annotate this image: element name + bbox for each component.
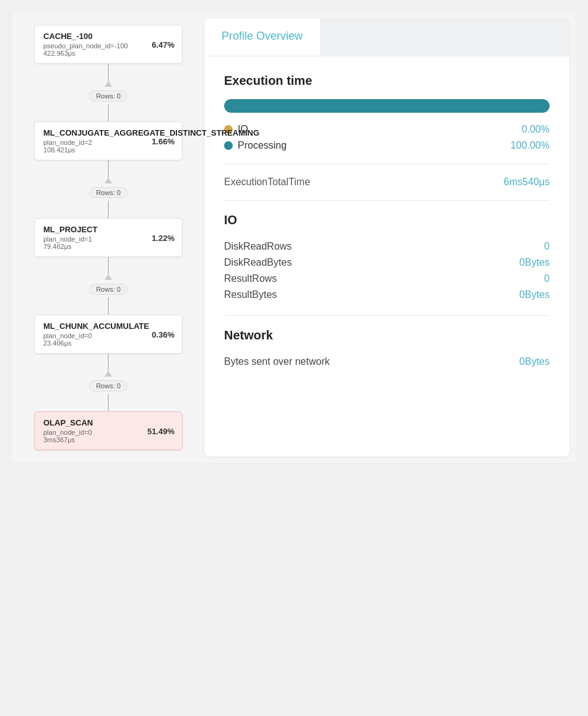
tabs-row: Profile Overview — [204, 19, 569, 56]
stat-row-diskreadbytes: DiskReadBytes 0Bytes — [224, 255, 550, 271]
rows-badge-2: Rows: 0 — [89, 187, 128, 198]
connector-2: Rows: 0 — [89, 160, 128, 218]
node-cache[interactable]: CACHE_-100 pseudo_plan_node_id=-100 422.… — [34, 25, 183, 64]
stat-resultrows-label: ResultRows — [224, 273, 277, 284]
connector-line-3 — [108, 257, 109, 274]
connector-line-3b — [108, 297, 109, 315]
legend-processing-left: Processing — [224, 140, 287, 151]
stat-diskreadbytes-label: DiskReadBytes — [224, 257, 292, 268]
node-conjugate[interactable]: ML_CONJUGATE_AGGREGATE_DISTINCT_STREAMIN… — [34, 121, 183, 160]
connector-arrow-4 — [105, 371, 112, 377]
stat-resultbytes-value: 0Bytes — [519, 289, 550, 300]
connector-line-1 — [108, 64, 109, 81]
network-section-title: Network — [224, 328, 550, 343]
stat-diskreadrows-label: DiskReadRows — [224, 241, 292, 252]
rows-badge-3: Rows: 0 — [89, 284, 128, 295]
stat-row-network: Bytes sent over network 0Bytes — [224, 354, 550, 370]
node-project-meta2: 79.462μs — [43, 243, 173, 250]
connector-line-4 — [108, 354, 109, 371]
execution-progress-bar-container — [224, 99, 550, 113]
connector-1: Rows: 0 — [89, 64, 128, 121]
node-conjugate-meta2: 108.421μs — [43, 146, 173, 154]
legend-processing-value: 100.00% — [511, 140, 550, 151]
tab-profile-overview[interactable]: Profile Overview — [204, 19, 320, 56]
divider-1 — [224, 164, 550, 164]
node-olap[interactable]: OLAP_SCAN plan_node_id=0 3ms367μs 51.49% — [34, 411, 183, 450]
connector-line-2 — [108, 160, 109, 178]
node-olap-meta2: 3ms367μs — [43, 436, 173, 443]
legend-processing-dot — [224, 141, 233, 150]
node-chunk[interactable]: ML_CHUNK_ACCUMULATE plan_node_id=0 23.40… — [34, 315, 183, 354]
connector-arrow-2 — [105, 178, 112, 183]
node-olap-percent: 51.49% — [147, 426, 175, 435]
divider-2 — [224, 200, 550, 201]
connector-arrow-1 — [105, 81, 112, 87]
stat-diskreadrows-value: 0 — [544, 241, 550, 252]
profile-content: Execution time IO 0.00% Processing 100 — [204, 56, 569, 387]
rows-badge-1: Rows: 0 — [89, 90, 128, 102]
execution-total-label: ExecutionTotalTime — [224, 177, 310, 188]
tab-placeholder — [320, 19, 569, 56]
node-chunk-meta2: 23.406μs — [43, 339, 173, 347]
execution-time-title: Execution time — [224, 74, 550, 88]
execution-total-value: 6ms540μs — [504, 177, 550, 188]
left-panel: CACHE_-100 pseudo_plan_node_id=-100 422.… — [12, 12, 204, 463]
right-panel: Profile Overview Execution time IO 0.00% — [204, 19, 569, 456]
node-project-percent: 1.22% — [152, 233, 175, 242]
node-cache-meta2: 422.963μs — [43, 50, 173, 57]
stat-network-label: Bytes sent over network — [224, 356, 330, 367]
divider-3 — [224, 315, 550, 316]
node-conjugate-percent: 1.66% — [152, 136, 175, 146]
execution-total-row: ExecutionTotalTime 6ms540μs — [224, 177, 550, 188]
stat-resultbytes-label: ResultBytes — [224, 289, 277, 300]
rows-badge-4: Rows: 0 — [89, 380, 128, 391]
node-chunk-percent: 0.36% — [152, 330, 175, 339]
legend-processing-label: Processing — [238, 140, 287, 151]
execution-progress-bar-fill — [224, 99, 550, 113]
stat-row-diskreadrows: DiskReadRows 0 — [224, 238, 550, 255]
connector-3: Rows: 0 — [89, 257, 128, 315]
node-cache-percent: 6.47% — [152, 40, 175, 49]
stat-resultrows-value: 0 — [544, 273, 550, 284]
legend-io-value: 0.00% — [522, 124, 550, 135]
stat-row-resultbytes: ResultBytes 0Bytes — [224, 287, 550, 303]
stat-diskreadbytes-value: 0Bytes — [519, 257, 550, 268]
connector-line-4b — [108, 394, 109, 411]
main-container: CACHE_-100 pseudo_plan_node_id=-100 422.… — [12, 12, 576, 463]
connector-arrow-3 — [105, 274, 112, 280]
node-project[interactable]: ML_PROJECT plan_node_id=1 79.462μs 1.22% — [34, 218, 183, 257]
stat-row-resultrows: ResultRows 0 — [224, 271, 550, 287]
connector-line-1b — [108, 104, 109, 121]
legend-row-processing: Processing 100.00% — [224, 140, 550, 151]
connector-4: Rows: 0 — [89, 354, 128, 411]
stat-network-value: 0Bytes — [519, 356, 550, 367]
connector-line-2b — [108, 201, 109, 218]
io-section-title: IO — [224, 213, 550, 227]
legend-row-io: IO 0.00% — [224, 124, 550, 135]
